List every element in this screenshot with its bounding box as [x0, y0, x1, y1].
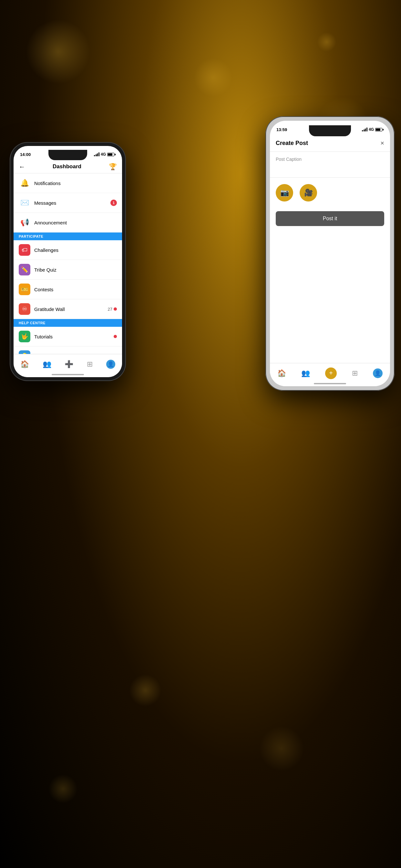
challenges-icon: 🏷	[22, 247, 27, 253]
menu-item-notifications[interactable]: 🔔 Notifications	[13, 174, 122, 193]
ticket-icon: 🎫	[21, 286, 28, 293]
signal-icon	[94, 152, 99, 156]
image-upload-button[interactable]: 📷	[276, 184, 293, 202]
create-post-modal-header: Create Post ×	[270, 135, 390, 152]
phone1-screen: 14:00 4G ← D	[13, 146, 122, 377]
tab-home-2[interactable]: 🏠	[277, 369, 286, 377]
tribe-quiz-icon-wrap: ✏️	[19, 264, 30, 275]
menu-item-contests[interactable]: 🎫 Contests	[13, 280, 122, 299]
phone2-time: 13:59	[276, 127, 287, 132]
gratitude-wall-icon-wrap: ♾	[19, 303, 30, 315]
dashboard-nav-header: ← Dashboard 🏆	[13, 160, 122, 174]
messages-icon-wrap: ✉️	[19, 197, 30, 209]
home-icon-2: 🏠	[277, 369, 286, 377]
add-icon: ➕	[65, 360, 73, 368]
tab-home[interactable]: 🏠	[20, 360, 29, 368]
battery-icon	[107, 153, 116, 156]
video-icon: 🎥	[304, 189, 313, 197]
home-indicator-2	[314, 383, 346, 384]
contests-icon-wrap: 🎫	[19, 283, 30, 295]
grid-icon-2: ⊞	[352, 369, 358, 377]
gratitude-badge-count: 27	[108, 307, 112, 312]
add-icon-2: +	[325, 368, 337, 379]
menu-item-tribe-quiz[interactable]: ✏️ Tribe Quiz	[13, 260, 122, 280]
menu-item-gratitude-wall[interactable]: ♾ Gratitude Wall 27	[13, 299, 122, 319]
messages-label: Messages	[34, 200, 111, 206]
notifications-icon-wrap: 🔔	[19, 177, 30, 189]
post-it-button[interactable]: Post it	[276, 211, 384, 226]
video-upload-button[interactable]: 🎥	[300, 184, 317, 202]
gratitude-badge-dot	[114, 307, 117, 311]
post-caption-label: Post Caption	[276, 157, 302, 162]
post-caption-area: Post Caption	[270, 152, 390, 178]
people-icon-2: 👥	[301, 369, 310, 377]
pencil-icon: ✏️	[21, 266, 28, 273]
close-button[interactable]: ×	[380, 140, 384, 147]
tribe-quiz-label: Tribe Quiz	[34, 267, 117, 273]
tab-profile[interactable]: 👤	[106, 360, 115, 369]
hand-icon: 🤟	[21, 333, 28, 340]
tab-grid-2[interactable]: ⊞	[352, 369, 358, 377]
battery-icon-2	[375, 128, 383, 131]
tab-add[interactable]: ➕	[65, 360, 73, 368]
menu-item-tutorials[interactable]: 🤟 Tutorials	[13, 327, 122, 346]
phone1-time: 14:00	[20, 152, 31, 157]
tab-add-2[interactable]: +	[325, 368, 337, 379]
network-label-2: 4G	[369, 127, 374, 132]
phone2-notch	[309, 125, 351, 136]
people-icon: 👥	[42, 360, 51, 368]
phone2-screen: 13:59 4G Create Post	[270, 121, 390, 386]
grid-icon: ⊞	[87, 360, 93, 368]
menu-item-messages[interactable]: ✉️ Messages 1	[13, 193, 122, 213]
phone1-container: 14:00 4G ← D	[10, 142, 126, 381]
signal-icon-2	[362, 128, 367, 131]
profile-icon-2: 👤	[373, 368, 382, 378]
gratitude-badge-wrap: 27	[108, 307, 117, 312]
messages-badge: 1	[111, 199, 117, 206]
menu-item-announcement[interactable]: 📢 Announcement	[13, 213, 122, 232]
phone2-frame: 13:59 4G Create Post	[266, 116, 395, 391]
announcement-label: Announcement	[34, 220, 117, 225]
camera-icon: 📷	[280, 189, 289, 197]
announcement-icon-wrap: 📢	[19, 217, 30, 228]
back-button[interactable]: ←	[19, 163, 25, 170]
tab-people[interactable]: 👥	[42, 360, 51, 368]
tab-grid[interactable]: ⊞	[87, 360, 93, 368]
phone1-notch	[49, 150, 87, 160]
dashboard-title: Dashboard	[25, 163, 109, 170]
gratitude-wall-label: Gratitude Wall	[34, 306, 108, 312]
phone2-container: 13:59 4G Create Post	[266, 116, 395, 391]
menu-item-challenges[interactable]: 🏷 Challenges	[13, 240, 122, 260]
home-icon: 🏠	[20, 360, 29, 368]
profile-icon: 👤	[106, 360, 115, 369]
help-section-header: HELP CENTRE	[13, 319, 122, 327]
tutorials-icon-wrap: 🤟	[19, 331, 30, 342]
mail-icon: ✉️	[20, 198, 29, 207]
tab-profile-2[interactable]: 👤	[373, 368, 382, 378]
trophy-icon[interactable]: 🏆	[109, 163, 117, 170]
tutorials-label: Tutorials	[34, 334, 114, 339]
contests-label: Contests	[34, 287, 117, 292]
media-buttons-area: 📷 🎥	[270, 178, 390, 208]
tutorials-badge-dot	[114, 335, 117, 338]
home-indicator	[52, 374, 84, 375]
challenges-icon-wrap: 🏷	[19, 244, 30, 256]
participate-section-header: PARTICIPATE	[13, 232, 122, 240]
phone1-status-icons: 4G	[94, 152, 116, 157]
phone2-status-icons: 4G	[362, 127, 383, 132]
create-post-title: Create Post	[276, 140, 308, 147]
infinity-icon: ♾	[22, 306, 27, 313]
bell-icon: 🔔	[20, 179, 29, 187]
notifications-label: Notifications	[34, 181, 117, 186]
megaphone-icon: 📢	[20, 218, 29, 227]
network-label: 4G	[101, 152, 106, 157]
tab-people-2[interactable]: 👥	[301, 369, 310, 377]
phone1-frame: 14:00 4G ← D	[10, 142, 126, 381]
challenges-label: Challenges	[34, 247, 117, 253]
